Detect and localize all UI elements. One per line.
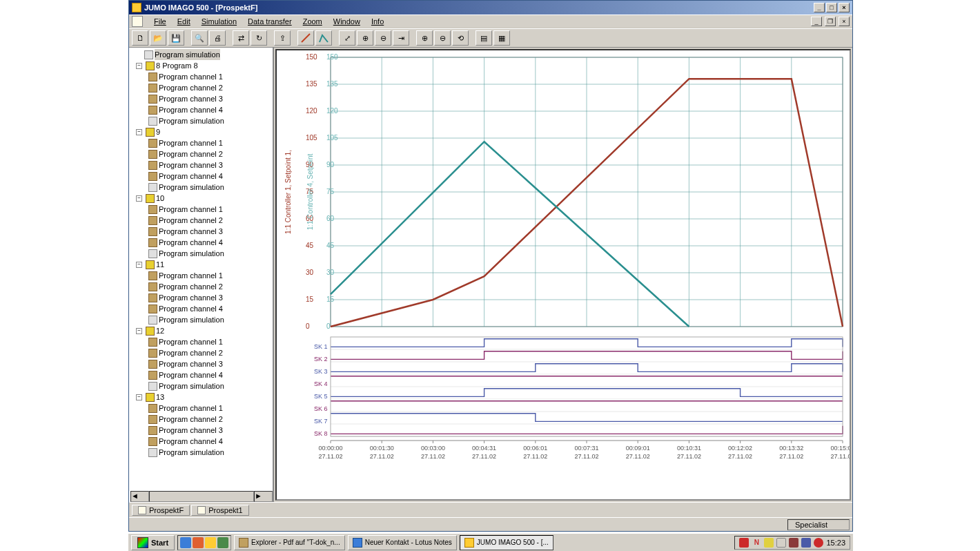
menu-simulation[interactable]: Simulation <box>202 17 237 26</box>
tree-item[interactable]: Program channel 2 <box>148 82 271 93</box>
tb-refresh-icon[interactable]: ↻ <box>251 30 267 46</box>
tray-icon[interactable] <box>764 538 774 548</box>
tb-cascade-icon[interactable]: ▤ <box>476 30 492 46</box>
tb-save-icon[interactable]: 💾 <box>168 30 184 46</box>
tree-item[interactable]: Program channel 1 <box>148 71 271 82</box>
tree-item[interactable]: Program simulation <box>148 447 271 458</box>
ql-icon-2[interactable] <box>193 537 204 548</box>
tb-line1-icon[interactable] <box>297 30 314 46</box>
doc-tab-0[interactable]: ProspektF <box>132 505 190 516</box>
tree-item[interactable]: Program simulation <box>148 380 271 392</box>
tb-zoom-out-icon[interactable]: ⊖ <box>375 30 391 46</box>
tree-item[interactable]: Program channel 4 <box>148 303 271 314</box>
tree-item[interactable]: Program channel 3 <box>148 93 271 104</box>
tree-group[interactable]: −8 Program 8 <box>136 60 271 71</box>
close-button[interactable]: × <box>839 3 850 12</box>
task-button-2[interactable]: JUMO IMAGO 500 - [... <box>460 535 553 550</box>
tb-zoom-fit-icon[interactable]: ⇥ <box>393 30 409 46</box>
svg-text:15: 15 <box>326 296 335 303</box>
tree-list[interactable]: Program simulation−8 Program 8Program ch… <box>130 48 273 491</box>
tb-zoom2-reset-icon[interactable]: ⟲ <box>452 30 469 46</box>
menu-zoom[interactable]: Zoom <box>303 17 322 26</box>
task-button-0[interactable]: Explorer - Pdf auf "T-dok_n... <box>234 535 345 550</box>
tree-item[interactable]: Program channel 3 <box>148 226 271 237</box>
tray-icon[interactable] <box>801 538 811 548</box>
tb-tile-icon[interactable]: ▦ <box>493 30 510 46</box>
tb-open-icon[interactable]: 📂 <box>150 30 166 46</box>
task-button-1[interactable]: Neuer Kontakt - Lotus Notes <box>348 535 457 550</box>
tree-item[interactable]: Program channel 1 <box>148 204 271 215</box>
tree-item[interactable]: Program channel 1 <box>148 137 271 148</box>
tb-new-icon[interactable]: 🗋 <box>132 30 148 46</box>
system-tray: N 15:23 <box>734 536 850 550</box>
tray-icon[interactable] <box>776 538 786 548</box>
tree-item[interactable]: Program channel 2 <box>148 281 271 292</box>
tray-icon[interactable] <box>814 538 823 548</box>
tree-group[interactable]: −11 <box>136 259 271 270</box>
minimize-button[interactable]: _ <box>814 3 825 12</box>
tree-item[interactable]: Program channel 3 <box>148 358 271 369</box>
tb-zoom-in-icon[interactable]: ⊕ <box>357 30 373 46</box>
menu-data-transfer[interactable]: Data transfer <box>248 17 292 26</box>
tree-item[interactable]: Program simulation <box>148 314 271 325</box>
start-button[interactable]: Start <box>131 535 175 550</box>
tb-print-icon[interactable]: 🖨 <box>209 30 226 46</box>
tree-scroll-right-icon[interactable]: ► <box>254 491 273 502</box>
svg-text:0: 0 <box>326 322 331 330</box>
tree-item[interactable]: Program channel 2 <box>148 347 271 358</box>
tree-group[interactable]: −9 <box>136 126 271 137</box>
tray-icon[interactable] <box>789 538 798 548</box>
svg-text:SK 5: SK 5 <box>314 393 328 400</box>
mdi-restore-button[interactable]: ❐ <box>825 17 836 26</box>
ql-icon-1[interactable] <box>180 537 191 548</box>
tb-line2-icon[interactable] <box>315 30 332 46</box>
ql-icon-4[interactable] <box>217 537 228 548</box>
tb-export-icon[interactable]: ⇪ <box>274 30 291 46</box>
tree-item[interactable]: Program channel 3 <box>148 292 271 303</box>
tree-item[interactable]: Program channel 4 <box>148 171 271 182</box>
tree-item[interactable]: Program channel 2 <box>148 414 271 425</box>
tb-connect-icon[interactable]: ⇄ <box>233 30 249 46</box>
maximize-button[interactable]: □ <box>826 3 837 12</box>
tree-scrollbar[interactable] <box>149 491 254 502</box>
tree-item[interactable]: Program channel 3 <box>148 425 271 436</box>
tree-scroll-left-icon[interactable]: ◄ <box>130 491 149 502</box>
menu-edit[interactable]: Edit <box>177 17 190 26</box>
svg-text:1:1 Controller 1, Setpoint 1,: 1:1 Controller 1, Setpoint 1, <box>284 150 292 234</box>
tree-item[interactable]: Program channel 4 <box>148 369 271 380</box>
tree-group[interactable]: −10 <box>136 193 271 204</box>
svg-text:150: 150 <box>306 53 317 61</box>
tree-item[interactable]: Program channel 2 <box>148 148 271 160</box>
tree-item[interactable]: Program channel 1 <box>148 403 271 414</box>
svg-text:150: 150 <box>326 53 338 61</box>
mdi-close-button[interactable]: × <box>839 17 850 26</box>
menu-window[interactable]: Window <box>333 17 360 26</box>
tree-item[interactable]: Program channel 2 <box>148 215 271 226</box>
mdi-minimize-button[interactable]: _ <box>811 17 822 26</box>
tree-item[interactable]: Program channel 4 <box>148 436 271 447</box>
svg-text:105: 105 <box>306 134 317 142</box>
svg-text:00:01:30: 00:01:30 <box>370 445 394 452</box>
doc-tab-1[interactable]: Prospekt1 <box>191 505 249 516</box>
tree-item[interactable]: Program channel 1 <box>148 270 271 281</box>
tray-clock: 15:23 <box>826 539 845 547</box>
tree-group[interactable]: −13 <box>136 392 271 403</box>
tree-item[interactable]: Program simulation <box>148 248 271 259</box>
menu-file[interactable]: File <box>154 17 166 26</box>
tb-zoom-x-icon[interactable]: ⤢ <box>339 30 355 46</box>
tree-item[interactable]: Program channel 4 <box>148 104 271 115</box>
tb-preview-icon[interactable]: 🔍 <box>191 30 208 46</box>
tray-icon[interactable] <box>739 538 749 548</box>
tree-item[interactable]: Program channel 4 <box>148 237 271 248</box>
tb-zoom2-in-icon[interactable]: ⊕ <box>416 30 433 46</box>
tree-group[interactable]: −12 <box>136 325 271 336</box>
title-bar[interactable]: JUMO IMAGO 500 - [ProspektF] _ □ × <box>129 1 852 14</box>
tree-item[interactable]: Program channel 1 <box>148 336 271 347</box>
ql-icon-3[interactable] <box>205 537 216 548</box>
tree-item[interactable]: Program simulation <box>148 115 271 126</box>
chart-panel[interactable]: 0153045607590105120135150015304560759010… <box>275 49 851 501</box>
menu-info[interactable]: Info <box>371 17 384 26</box>
tree-item[interactable]: Program simulation <box>148 182 271 193</box>
tree-item[interactable]: Program channel 3 <box>148 160 271 171</box>
tb-zoom2-out-icon[interactable]: ⊖ <box>434 30 451 46</box>
